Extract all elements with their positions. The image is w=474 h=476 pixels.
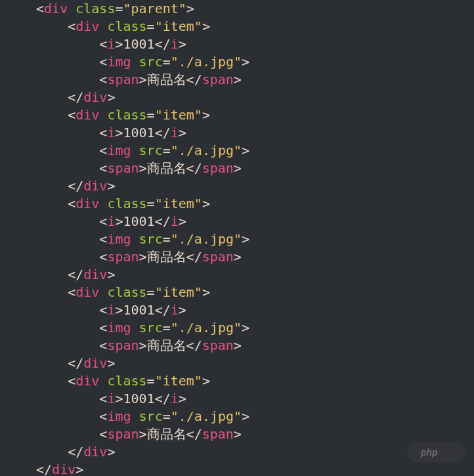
code-line: <div class="item"> (36, 372, 474, 390)
code-line: <span>商品名</span> (36, 248, 474, 266)
code-line: <img src="./a.jpg"> (36, 53, 474, 71)
code-line: <span>商品名</span> (36, 425, 474, 443)
code-line: <img src="./a.jpg"> (36, 408, 474, 425)
code-line: </div> (36, 177, 474, 195)
code-editor[interactable]: <div class="parent"> <div class="item"> … (0, 0, 474, 476)
code-line: <i>1001</i> (36, 35, 474, 53)
code-line: <div class="item"> (36, 106, 474, 124)
code-line: <span>商品名</span> (36, 71, 474, 89)
code-line: </div> (36, 89, 474, 106)
code-line: <i>1001</i> (36, 390, 474, 408)
code-line: <div class="parent"> (36, 0, 474, 18)
code-line: </div> (36, 355, 474, 372)
code-line: <span>商品名</span> (36, 337, 474, 355)
code-line: <img src="./a.jpg"> (36, 142, 474, 160)
code-line: <div class="item"> (36, 195, 474, 213)
code-line: <img src="./a.jpg"> (36, 319, 474, 337)
code-line: </div> (36, 266, 474, 284)
svg-text:php: php (420, 447, 438, 458)
code-line: <div class="item"> (36, 18, 474, 35)
code-line: <span>商品名</span> (36, 160, 474, 177)
code-line: <i>1001</i> (36, 301, 474, 319)
code-line: <i>1001</i> (36, 213, 474, 230)
code-line: <i>1001</i> (36, 124, 474, 142)
code-line: </div> (36, 461, 474, 476)
code-line: <div class="item"> (36, 284, 474, 301)
code-line: <img src="./a.jpg"> (36, 230, 474, 248)
php-logo-icon: php (407, 443, 466, 462)
